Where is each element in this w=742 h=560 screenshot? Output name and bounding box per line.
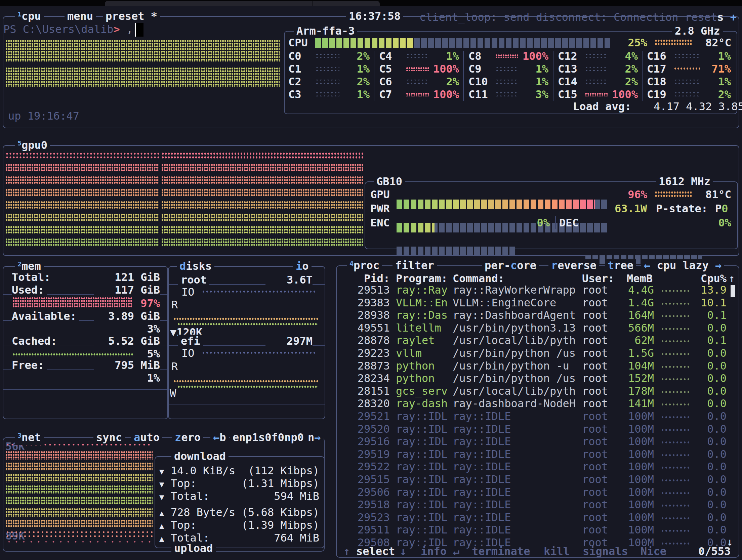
gpu-frequency: 1612 MHz	[656, 175, 713, 187]
mem-history-dots	[661, 339, 691, 343]
disk-efi-size: 297M	[265, 335, 313, 347]
table-row[interactable]: 29523ray::IDLray::IDLEroot100M0.0	[336, 511, 736, 524]
tab-divider	[313, 1, 313, 6]
net-auto-button[interactable]: auto	[131, 431, 162, 443]
mem-history-dots	[661, 478, 691, 482]
shell-prompt[interactable]: PS C:\Users\dalib> ,	[3, 23, 143, 37]
mem-available-value: 3.89 GiB	[94, 310, 160, 322]
table-row[interactable]: 28320ray-dashray-dashboard-NodeHroot141M…	[336, 397, 736, 410]
upload-title: upload	[171, 542, 216, 554]
window-tab-strip	[0, 0, 742, 6]
up-triangle-icon: ▲	[159, 534, 164, 544]
terminal-tab[interactable]	[105, 1, 380, 6]
table-row[interactable]: 29519ray::IDLray::IDLEroot100M0.0	[336, 448, 736, 461]
table-row[interactable]: 29513ray::Rayray::RayWorkerWrapproot4.4G…	[336, 284, 736, 296]
table-row[interactable]: 28151gcs_serv/usr/local/lib/pythroot178M…	[336, 385, 736, 397]
table-row[interactable]: 29506ray::IDLray::IDLEroot100M0.0	[336, 486, 736, 499]
disk-divider	[169, 404, 325, 404]
net-prev-iface-button[interactable]: ←b	[210, 431, 229, 443]
mem-free-label: Free:	[12, 359, 47, 372]
cpu-usage-graph-band2	[5, 67, 280, 87]
select-down-icon[interactable]: ↓	[400, 545, 406, 558]
mem-history-dots	[661, 415, 691, 419]
table-row[interactable]: 29520ray::IDLray::IDLEroot100M0.0	[336, 423, 736, 435]
table-row[interactable]: 29511ray::IDLray::IDLEroot100M0.0	[336, 523, 736, 536]
mem-history-dots	[661, 390, 691, 393]
upload-speed-bits: (5.68 Kibps)	[235, 506, 319, 519]
proc-percore-toggle[interactable]: per-core	[482, 259, 539, 271]
menu-button[interactable]: menu	[65, 10, 96, 22]
disks-io-toggle[interactable]: io	[293, 260, 312, 272]
down-triangle-icon: ▼	[159, 480, 164, 489]
proc-hotkey: 4	[349, 259, 354, 267]
disk-efi-write-graph	[173, 380, 318, 383]
mem-cached-value: 5.52 GiB	[94, 335, 160, 347]
download-speed-bits: (112 Kibps)	[235, 464, 319, 477]
plus-button[interactable]: +	[730, 11, 737, 24]
mem-divider	[3, 389, 167, 390]
table-row[interactable]: 29223vllm/usr/bin/python /usroot1.5G0.0	[336, 347, 736, 359]
preset-button[interactable]: preset *	[103, 10, 160, 22]
net-panel-title[interactable]: 3net	[15, 431, 44, 445]
download-top-row: ▼ Top:	[159, 477, 197, 490]
mem-history-dots	[661, 428, 691, 431]
disk-root-io-graph	[202, 290, 316, 293]
table-row[interactable]: 49551litellm/usr/bin/python3.13root566M0…	[336, 321, 736, 334]
upload-total-value: 764 MiB	[235, 531, 319, 544]
kill-button[interactable]: kill	[544, 545, 570, 558]
mem-cached-label: Cached:	[12, 335, 60, 347]
proc-sort-selector[interactable]: ← cpu lazy →	[641, 259, 724, 271]
mem-panel-title[interactable]: 2mem	[15, 260, 44, 273]
process-count: 0/553	[698, 545, 731, 558]
nice-button[interactable]: Nice	[641, 545, 666, 558]
table-row[interactable]: 29522ray::IDLray::IDLEroot100M0.0	[336, 460, 736, 473]
table-row[interactable]: 28878raylet/usr/local/lib/pythroot62M0.1	[336, 334, 736, 347]
mem-free-percent: 1%	[134, 372, 160, 384]
info-button[interactable]: info	[421, 545, 447, 558]
gpu-usage-graph-left	[5, 152, 159, 251]
cpu-panel-title[interactable]: 1cpu	[15, 10, 44, 24]
cpu-meter-label: CPU	[288, 36, 308, 49]
gpu-panel-title[interactable]: 5gpu0	[15, 139, 50, 153]
table-row[interactable]: 28873python/usr/bin/python -uroot104M0.0	[336, 359, 736, 372]
mem-history-dots	[661, 440, 691, 444]
net-zero-button[interactable]: zero	[172, 431, 203, 443]
mem-history-dots	[661, 302, 691, 305]
btop-terminal: 1cpu menu preset * 16:37:58 client_loop:…	[0, 0, 742, 560]
mem-history-dots	[661, 542, 691, 545]
prompt-path: PS C:\Users\dalib	[3, 23, 114, 36]
mem-history-dots	[661, 504, 691, 507]
mem-history-dots	[661, 289, 691, 292]
select-button[interactable]: select	[356, 545, 395, 558]
terminate-button[interactable]: terminate	[472, 545, 530, 558]
table-row[interactable]: 29516ray::IDLray::IDLEroot100M0.0	[336, 435, 736, 448]
table-row[interactable]: 29383VLLM::EnVLLM::EngineCoreroot1.4G10.…	[336, 296, 736, 309]
table-row[interactable]: 29521ray::IDLray::IDLEroot100M0.0	[336, 410, 736, 423]
hostname: Arm-ffa-3	[294, 25, 357, 37]
prompt-chevron: >	[114, 23, 120, 36]
table-row[interactable]: 28938ray::Dasray::DashboardAgentroot164M…	[336, 309, 736, 321]
download-total-value: 594 MiB	[235, 490, 319, 503]
table-row[interactable]: 29518ray::IDLray::IDLEroot100M0.0	[336, 498, 736, 511]
net-sync-button[interactable]: sync	[93, 431, 125, 443]
table-row[interactable]: 28234python/usr/bin/python /usroot152M0.…	[336, 372, 736, 385]
select-up-icon[interactable]: ↑	[343, 545, 350, 558]
mem-history-dots	[661, 352, 691, 355]
mem-history-dots	[661, 327, 691, 330]
disk-efi-write-graph2	[177, 385, 318, 388]
table-row[interactable]: 29515ray::IDLray::IDLEroot100M0.0	[336, 473, 736, 486]
proc-panel-title[interactable]: 4proc	[347, 259, 382, 273]
net-next-iface-button[interactable]: n→	[305, 431, 324, 443]
download-title: download	[171, 450, 229, 462]
net-upload-graph	[5, 497, 153, 547]
scrollbar-thumb[interactable]	[731, 285, 735, 297]
disk-root-write-graph2	[177, 322, 318, 326]
disks-panel-title[interactable]: disks	[177, 260, 214, 272]
proc-filter-button[interactable]: filter	[393, 259, 437, 271]
proc-reverse-toggle[interactable]: reverse	[548, 259, 599, 271]
upload-top-row: ▲ Top:	[159, 519, 197, 531]
signals-button[interactable]: signals	[583, 545, 628, 558]
proc-tree-toggle[interactable]: tree	[605, 259, 636, 271]
mem-used-bar	[12, 297, 133, 308]
download-top-value: (1.31 Mibps)	[235, 477, 319, 490]
